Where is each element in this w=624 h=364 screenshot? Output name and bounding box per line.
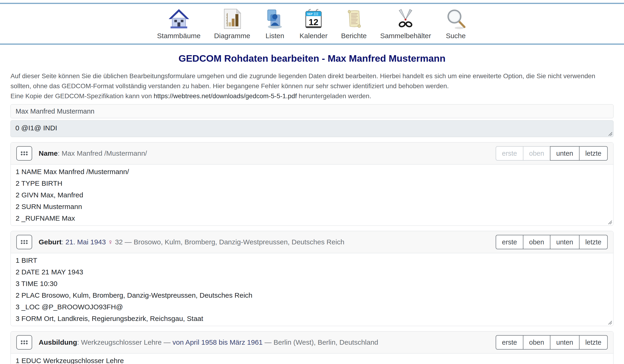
move-erste-button[interactable]: erste <box>496 146 523 161</box>
fact-header: Geburt: 21. Mai 1943 ♀ 32 — Brosowo, Kul… <box>11 231 613 253</box>
nav-label[interactable]: Suche <box>446 32 466 40</box>
fact-text: : Max Manfred /Mustermann/ <box>58 149 147 157</box>
nav-label[interactable]: Stammbäume <box>157 32 201 40</box>
people-list-icon <box>264 7 286 30</box>
fact-label: Ausbildung <box>39 339 77 346</box>
nav-item-calendar[interactable]: SEP 12 Kalender <box>300 7 328 40</box>
nav-label[interactable]: Kalender <box>300 32 328 40</box>
gedcom-spec-link[interactable]: https://webtrees.net/downloads/gedcom-5-… <box>154 92 297 100</box>
calendar-icon: SEP 12 <box>302 7 325 30</box>
content-area: GEDCOM Rohdaten bearbeiten - Max Manfred… <box>0 53 624 364</box>
nav-item-lists[interactable]: Listen <box>264 7 286 40</box>
move-letzte-button[interactable]: letzte <box>579 146 608 161</box>
nav-label[interactable]: Diagramme <box>214 32 250 40</box>
move-unten-button[interactable]: unten <box>550 146 579 161</box>
fact-date-link[interactable]: 21. Mai 1943 <box>65 238 106 246</box>
grip-dots-icon <box>20 240 28 245</box>
nav-item-reports[interactable]: Berichte <box>341 7 367 40</box>
scroll-icon <box>343 7 365 30</box>
move-unten-button[interactable]: unten <box>550 235 579 249</box>
move-unten-button[interactable]: unten <box>550 335 579 350</box>
fact-label: Geburt <box>39 238 61 246</box>
female-icon: ♀ <box>106 238 113 246</box>
fact-gedcom-textarea[interactable] <box>11 253 613 326</box>
search-icon <box>445 7 467 30</box>
page-title: GEDCOM Rohdaten bearbeiten - Max Manfred… <box>10 53 614 64</box>
fact-label: Name <box>39 149 58 157</box>
fact-summary: Geburt: 21. Mai 1943 ♀ 32 — Brosowo, Kul… <box>39 238 344 246</box>
fact-date-link[interactable]: von April 1958 bis März 1961 <box>173 339 263 346</box>
move-erste-button[interactable]: erste <box>496 235 523 249</box>
nav-label[interactable]: Berichte <box>341 32 367 40</box>
grip-dots-icon <box>20 340 28 345</box>
top-spacer <box>0 0 624 3</box>
fact-header: Name: Max Manfred /Mustermann/ ersteoben… <box>11 143 613 165</box>
scissors-icon <box>394 7 417 30</box>
nav-item-trees[interactable]: Stammbäume <box>157 7 201 40</box>
fact-text: : Werkzeugschlosser Lehre — <box>77 339 173 346</box>
fact-summary: Name: Max Manfred /Mustermann/ <box>39 149 147 157</box>
move-erste-button[interactable]: erste <box>496 335 523 350</box>
main-navigation: Stammbäume Diagramme <box>0 3 624 45</box>
move-button-group: ersteobenuntenletzte <box>496 335 608 350</box>
fact-gedcom-textarea[interactable] <box>11 165 613 225</box>
level0-wrapper: 0 @I1@ INDI <box>10 120 614 137</box>
record-summary-input[interactable] <box>10 104 614 118</box>
fact-text: 32 — Brosowo, Kulm, Bromberg, Danzig-Wes… <box>113 238 344 246</box>
move-oben-button[interactable]: oben <box>523 335 551 350</box>
nav-item-charts[interactable]: Diagramme <box>214 7 250 40</box>
intro-paragraph: Auf dieser Seite können Sie die üblichen… <box>10 71 614 101</box>
move-oben-button[interactable]: oben <box>523 146 551 161</box>
move-letzte-button[interactable]: letzte <box>579 335 608 350</box>
fact-list: Name: Max Manfred /Mustermann/ ersteoben… <box>10 142 614 364</box>
fact-text: : <box>61 238 65 246</box>
nav-item-clippings[interactable]: Sammelbehälter <box>380 7 431 40</box>
svg-text:12: 12 <box>309 17 318 27</box>
fact-text: — Berlin (West), Berlin, Deutschland <box>263 339 378 346</box>
nav-label[interactable]: Sammelbehälter <box>380 32 431 40</box>
fact-card: Name: Max Manfred /Mustermann/ ersteoben… <box>10 142 614 226</box>
level0-gedcom-textarea[interactable]: 0 @I1@ INDI <box>10 120 614 137</box>
move-button-group: ersteobenuntenletzte <box>496 235 608 249</box>
move-button-group: ersteobenuntenletzte <box>496 146 608 161</box>
intro-text: Auf dieser Seite können Sie die üblichen… <box>10 73 595 90</box>
nav-item-search[interactable]: Suche <box>445 7 467 40</box>
grip-dots-icon <box>20 151 28 156</box>
nav-label[interactable]: Listen <box>265 32 284 40</box>
move-letzte-button[interactable]: letzte <box>579 235 608 249</box>
chart-document-icon <box>221 7 243 30</box>
drag-handle-button[interactable] <box>16 335 32 350</box>
fact-header: Ausbildung: Werkzeugschlosser Lehre — vo… <box>11 331 613 354</box>
spec-text-prefix: Eine Kopie der GEDCOM-Spezifikation kann… <box>10 92 154 100</box>
drag-handle-button[interactable] <box>16 146 32 161</box>
move-oben-button[interactable]: oben <box>523 235 551 249</box>
fact-card: Geburt: 21. Mai 1943 ♀ 32 — Brosowo, Kul… <box>10 231 614 326</box>
drag-handle-button[interactable] <box>16 235 32 249</box>
home-icon <box>168 7 190 30</box>
spec-text-suffix: heruntergeladen werden. <box>297 92 371 100</box>
svg-text:SEP: SEP <box>307 12 313 15</box>
fact-summary: Ausbildung: Werkzeugschlosser Lehre — vo… <box>39 339 378 346</box>
fact-gedcom-textarea[interactable] <box>11 354 613 364</box>
fact-card: Ausbildung: Werkzeugschlosser Lehre — vo… <box>10 331 614 364</box>
